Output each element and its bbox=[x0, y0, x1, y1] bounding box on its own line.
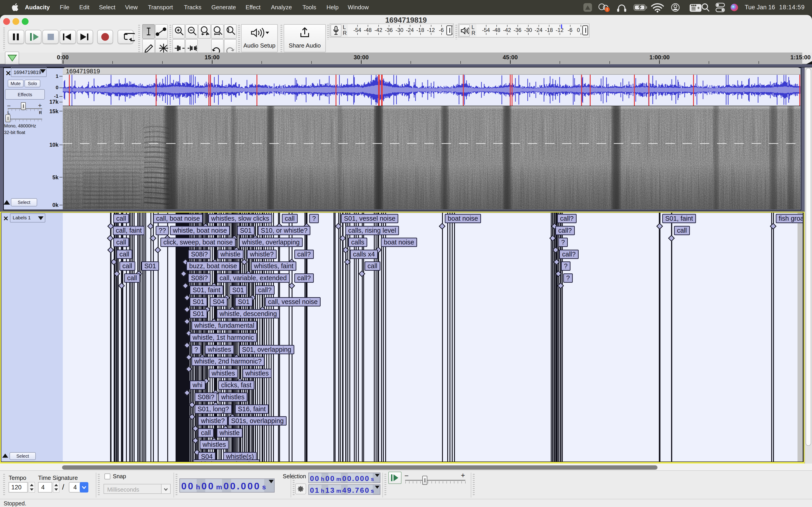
svg-text:!: ! bbox=[607, 8, 608, 11]
